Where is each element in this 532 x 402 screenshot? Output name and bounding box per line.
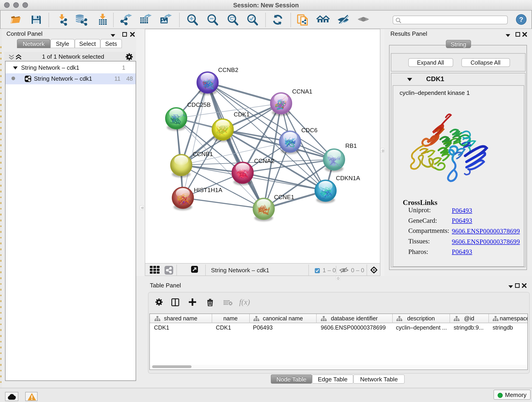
svg-text:CDKN1A: CDKN1A [336,175,360,182]
svg-text:CCNB1: CCNB1 [192,151,213,157]
svg-text:CDC6: CDC6 [301,127,317,134]
svg-text:RB1: RB1 [345,142,357,149]
svg-text:CCNB2: CCNB2 [218,66,238,73]
svg-text:CDK1: CDK1 [234,111,249,118]
svg-text:CDC25B: CDC25B [187,101,210,108]
svg-text:f(x): f(x) [239,298,250,306]
svg-text:HIST1H1A: HIST1H1A [194,186,222,193]
svg-text:CCNE1: CCNE1 [274,194,294,201]
svg-text:?: ? [519,16,523,23]
svg-text:CCNA1: CCNA1 [292,88,312,95]
svg-text:CCNA2: CCNA2 [254,157,274,164]
